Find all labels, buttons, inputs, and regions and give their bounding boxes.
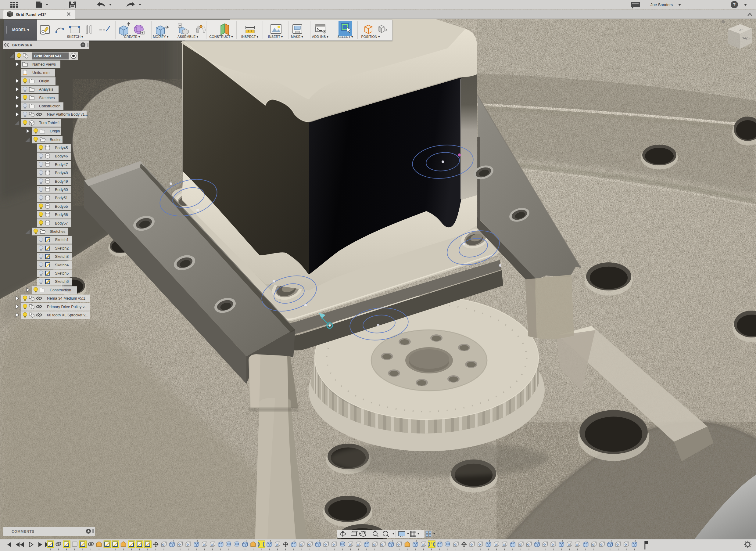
svg-text:Body57: Body57 bbox=[55, 221, 68, 225]
svg-text:Body50: Body50 bbox=[55, 188, 68, 192]
svg-text:INSERT ▾: INSERT ▾ bbox=[268, 35, 283, 38]
svg-text:ADD-INS ▾: ADD-INS ▾ bbox=[312, 35, 328, 38]
svg-text:Body51: Body51 bbox=[55, 196, 68, 200]
svg-text:Named Views: Named Views bbox=[32, 62, 56, 66]
svg-text:COMMENTS: COMMENTS bbox=[12, 530, 34, 533]
svg-text:Sketch6: Sketch6 bbox=[55, 280, 69, 284]
svg-text:Sketches: Sketches bbox=[39, 96, 55, 100]
svg-text:Analysis: Analysis bbox=[39, 87, 53, 91]
svg-text:Sketches: Sketches bbox=[50, 229, 65, 234]
svg-text:Joe Sanders: Joe Sanders bbox=[650, 2, 673, 7]
svg-text:Origin: Origin bbox=[39, 79, 49, 83]
svg-text:INSPECT ▾: INSPECT ▾ bbox=[241, 35, 259, 38]
svg-text:Sketch4: Sketch4 bbox=[55, 263, 69, 267]
svg-text:Bodies: Bodies bbox=[50, 138, 61, 142]
svg-text:Sketch1: Sketch1 bbox=[55, 238, 69, 242]
svg-text:Primary Drive Pulley v...: Primary Drive Pulley v... bbox=[47, 305, 87, 309]
svg-text:Origin: Origin bbox=[50, 129, 60, 133]
svg-text:Sketch3: Sketch3 bbox=[55, 254, 69, 259]
svg-text:Construction: Construction bbox=[50, 288, 71, 292]
svg-text:Body48: Body48 bbox=[55, 171, 68, 175]
svg-text:Body49: Body49 bbox=[55, 179, 68, 184]
svg-text:Sketch5: Sketch5 bbox=[55, 271, 69, 276]
svg-text:Body55: Body55 bbox=[55, 204, 68, 209]
svg-text:Grid Panel v41: Grid Panel v41 bbox=[34, 54, 62, 58]
svg-text:Body56: Body56 bbox=[55, 213, 68, 217]
svg-text:Turn Table:1: Turn Table:1 bbox=[39, 121, 60, 125]
svg-text:?: ? bbox=[733, 2, 736, 7]
svg-text:TOP: TOP bbox=[737, 28, 743, 31]
svg-text:ASSEMBLE ▾: ASSEMBLE ▾ bbox=[177, 35, 198, 38]
svg-text:Construction: Construction bbox=[39, 104, 60, 108]
svg-text:POSITION ▾: POSITION ▾ bbox=[361, 35, 380, 38]
svg-text:MAKE ▾: MAKE ▾ bbox=[291, 35, 303, 38]
svg-text:68 tooth XL Sprocket v...: 68 tooth XL Sprocket v... bbox=[47, 313, 88, 317]
svg-text:CONSTRUCT ▾: CONSTRUCT ▾ bbox=[209, 35, 233, 38]
svg-text:Units: mm: Units: mm bbox=[32, 70, 49, 75]
svg-text:Sketch2: Sketch2 bbox=[55, 246, 69, 250]
svg-text:New Platform Body v1...: New Platform Body v1... bbox=[47, 112, 88, 116]
svg-text:Body45: Body45 bbox=[55, 146, 68, 150]
svg-text:Nema 34 Medium v5:1: Nema 34 Medium v5:1 bbox=[47, 296, 85, 301]
svg-text:Body47: Body47 bbox=[55, 163, 68, 167]
svg-text:Body46: Body46 bbox=[55, 154, 68, 158]
